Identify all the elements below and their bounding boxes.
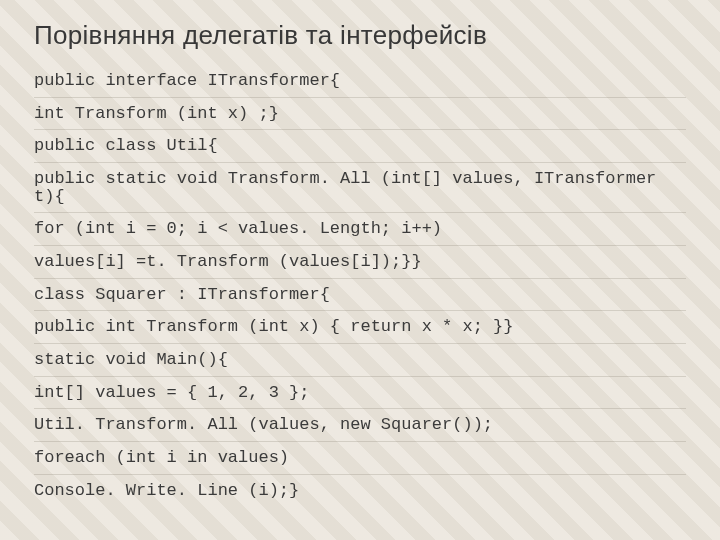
code-line: values[i] =t. Transform (values[i]);}}: [34, 246, 686, 279]
slide-title: Порівняння делегатів та інтерфейсів: [34, 20, 686, 51]
code-line: class Squarer : ITransformer{: [34, 279, 686, 312]
code-line: public static void Transform. All (int[]…: [34, 163, 686, 213]
code-line: for (int i = 0; i < values. Length; i++): [34, 213, 686, 246]
code-line: Util. Transform. All (values, new Square…: [34, 409, 686, 442]
code-line: int[] values = { 1, 2, 3 };: [34, 377, 686, 410]
code-block: public interface ITransformer{ int Trans…: [34, 65, 686, 506]
code-line: public interface ITransformer{: [34, 65, 686, 98]
slide: Порівняння делегатів та інтерфейсів publ…: [0, 0, 720, 540]
code-line: static void Main(){: [34, 344, 686, 377]
code-line: public int Transform (int x) { return x …: [34, 311, 686, 344]
code-line: Console. Write. Line (i);}: [34, 475, 686, 507]
code-line: int Transform (int x) ;}: [34, 98, 686, 131]
code-line: foreach (int i in values): [34, 442, 686, 475]
code-line: public class Util{: [34, 130, 686, 163]
